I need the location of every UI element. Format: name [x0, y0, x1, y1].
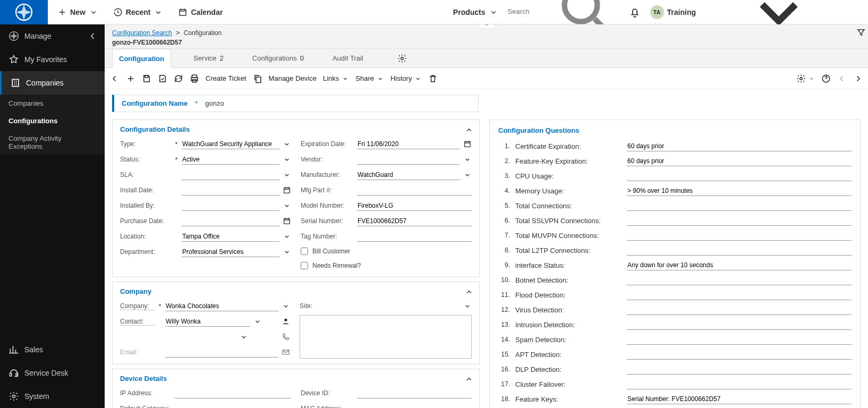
tab-audit-trail[interactable]: Audit Trail — [326, 49, 370, 68]
collapse-button[interactable] — [464, 375, 474, 386]
company-select[interactable] — [165, 301, 278, 311]
bell-icon[interactable] — [629, 6, 641, 18]
sidebar-sub-configurations[interactable]: Configurations — [0, 112, 105, 130]
question-input[interactable] — [627, 290, 852, 300]
links-button[interactable]: Links — [323, 74, 349, 82]
question-input[interactable] — [627, 364, 852, 375]
create-ticket-button[interactable]: Create Ticket — [206, 74, 246, 82]
tab-service[interactable]: Service2 — [187, 49, 230, 68]
sidebar-sub-companies[interactable]: Companies — [0, 95, 105, 112]
add-button[interactable] — [126, 74, 135, 83]
sidebar-sub-exceptions[interactable]: Company Activity Exceptions — [0, 130, 105, 155]
device-id-input[interactable] — [357, 388, 472, 398]
chevron-down-icon[interactable] — [240, 333, 248, 341]
next-button[interactable] — [853, 74, 863, 83]
department-select[interactable] — [182, 247, 279, 257]
chevron-down-icon[interactable] — [463, 171, 472, 179]
question-input[interactable] — [627, 350, 852, 360]
chevron-down-icon[interactable] — [282, 302, 290, 310]
question-input[interactable] — [627, 394, 852, 404]
history-button[interactable]: History — [390, 74, 422, 82]
ip-input[interactable] — [174, 388, 291, 398]
back-button[interactable] — [110, 74, 120, 83]
manufacturer-select[interactable] — [357, 170, 460, 180]
share-button[interactable]: Share — [355, 74, 384, 82]
needs-renewal-checkbox[interactable] — [301, 262, 308, 269]
site-select[interactable] — [322, 301, 460, 311]
purchase-date-input[interactable] — [182, 216, 279, 226]
chevron-down-icon[interactable] — [253, 317, 262, 326]
site-address-textarea[interactable] — [300, 315, 472, 359]
question-input[interactable] — [627, 379, 852, 389]
collapse-button[interactable] — [464, 287, 474, 299]
chevron-down-icon[interactable] — [283, 201, 291, 210]
panel-toggle[interactable] — [479, 24, 494, 28]
print-button[interactable] — [190, 74, 199, 83]
manage-device-button[interactable]: Manage Device — [269, 74, 317, 82]
recent-button[interactable]: Recent — [113, 7, 164, 17]
refresh-button[interactable] — [174, 74, 183, 83]
mail-icon[interactable] — [282, 348, 290, 356]
sidebar-service-desk[interactable]: Service Desk — [0, 361, 105, 385]
save-button[interactable] — [142, 74, 151, 83]
sidebar-system[interactable]: System — [0, 385, 105, 408]
chevron-down-icon[interactable] — [463, 302, 472, 310]
collapse-button[interactable] — [464, 125, 474, 137]
save-close-button[interactable] — [158, 74, 167, 83]
question-input[interactable] — [627, 231, 852, 241]
phone-icon[interactable] — [282, 333, 290, 341]
question-input[interactable] — [627, 260, 852, 270]
question-input[interactable] — [627, 335, 852, 345]
chevron-down-icon[interactable] — [283, 140, 291, 148]
question-input[interactable] — [627, 216, 852, 226]
sidebar-manage[interactable]: Manage — [0, 24, 105, 48]
question-input[interactable] — [627, 305, 852, 315]
filter-icon[interactable] — [856, 28, 866, 37]
chevron-down-icon[interactable] — [463, 155, 472, 164]
tabs-gear-icon[interactable] — [397, 54, 407, 63]
calendar-button[interactable]: Calendar — [178, 7, 223, 17]
sidebar-sales[interactable]: Sales — [0, 338, 105, 361]
settings-button[interactable] — [796, 74, 815, 83]
question-input[interactable] — [627, 245, 852, 256]
tag-input[interactable] — [357, 232, 472, 242]
chevron-down-icon[interactable] — [283, 232, 291, 241]
tab-configuration[interactable]: Configuration — [112, 49, 171, 68]
delete-button[interactable] — [428, 74, 438, 83]
calendar-icon[interactable] — [283, 217, 291, 225]
sidebar-favorites[interactable]: My Favorites — [0, 48, 105, 71]
search-input[interactable] — [508, 7, 554, 15]
question-input[interactable] — [627, 201, 852, 211]
sla-select[interactable] — [182, 170, 279, 180]
mfg-part-input[interactable] — [357, 185, 472, 196]
prev-button[interactable] — [837, 74, 847, 83]
contact-select[interactable] — [165, 317, 250, 327]
help-button[interactable] — [821, 74, 831, 83]
question-input[interactable] — [627, 320, 852, 330]
location-select[interactable] — [182, 232, 279, 242]
new-button[interactable]: New — [57, 7, 98, 17]
chevron-down-icon[interactable] — [283, 248, 291, 256]
bill-customer-checkbox[interactable] — [301, 248, 308, 255]
calendar-icon[interactable] — [463, 140, 472, 148]
type-select[interactable] — [182, 139, 279, 149]
question-input[interactable] — [627, 141, 852, 151]
calendar-icon[interactable] — [283, 186, 291, 194]
serial-input[interactable] — [357, 216, 472, 226]
chevron-down-icon[interactable] — [283, 171, 291, 179]
vendor-select[interactable] — [357, 155, 460, 165]
products-button[interactable]: Products — [453, 7, 498, 17]
chevron-down-icon[interactable] — [283, 155, 291, 164]
copy-button[interactable] — [253, 74, 262, 83]
person-icon[interactable] — [282, 317, 290, 326]
model-input[interactable] — [357, 201, 472, 211]
sidebar-companies[interactable]: Companies — [0, 71, 105, 95]
tab-configurations[interactable]: Configurations0 — [246, 49, 310, 68]
installedby-select[interactable] — [182, 201, 279, 211]
status-select[interactable] — [182, 155, 279, 165]
email-input[interactable] — [165, 347, 278, 358]
install-date-input[interactable] — [182, 185, 279, 196]
breadcrumb-link[interactable]: Configuration Search — [112, 29, 172, 37]
gateway-input[interactable] — [174, 404, 291, 409]
expiration-date-input[interactable] — [357, 139, 460, 149]
